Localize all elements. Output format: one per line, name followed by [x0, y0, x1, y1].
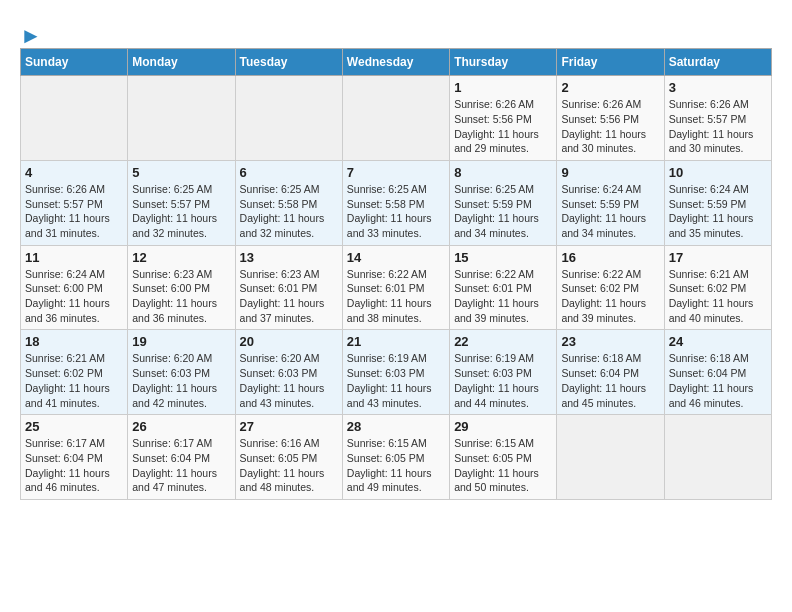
day-info: Sunrise: 6:24 AM Sunset: 6:00 PM Dayligh…: [25, 267, 123, 326]
day-info: Sunrise: 6:25 AM Sunset: 5:58 PM Dayligh…: [347, 182, 445, 241]
calendar-cell: 27Sunrise: 6:16 AM Sunset: 6:05 PM Dayli…: [235, 415, 342, 500]
day-info: Sunrise: 6:23 AM Sunset: 6:01 PM Dayligh…: [240, 267, 338, 326]
day-info: Sunrise: 6:24 AM Sunset: 5:59 PM Dayligh…: [561, 182, 659, 241]
calendar-week-row: 4Sunrise: 6:26 AM Sunset: 5:57 PM Daylig…: [21, 160, 772, 245]
day-info: Sunrise: 6:21 AM Sunset: 6:02 PM Dayligh…: [25, 351, 123, 410]
day-number: 10: [669, 165, 767, 180]
calendar-cell: [128, 76, 235, 161]
day-info: Sunrise: 6:15 AM Sunset: 6:05 PM Dayligh…: [454, 436, 552, 495]
day-info: Sunrise: 6:25 AM Sunset: 5:57 PM Dayligh…: [132, 182, 230, 241]
day-number: 6: [240, 165, 338, 180]
calendar-cell: 12Sunrise: 6:23 AM Sunset: 6:00 PM Dayli…: [128, 245, 235, 330]
day-info: Sunrise: 6:21 AM Sunset: 6:02 PM Dayligh…: [669, 267, 767, 326]
col-thursday: Thursday: [450, 49, 557, 76]
day-number: 26: [132, 419, 230, 434]
calendar-header-row: Sunday Monday Tuesday Wednesday Thursday…: [21, 49, 772, 76]
day-number: 3: [669, 80, 767, 95]
calendar-cell: [21, 76, 128, 161]
calendar-cell: 10Sunrise: 6:24 AM Sunset: 5:59 PM Dayli…: [664, 160, 771, 245]
day-info: Sunrise: 6:26 AM Sunset: 5:57 PM Dayligh…: [669, 97, 767, 156]
logo-arrow-icon: ►: [20, 23, 42, 48]
calendar-cell: 26Sunrise: 6:17 AM Sunset: 6:04 PM Dayli…: [128, 415, 235, 500]
calendar-cell: 23Sunrise: 6:18 AM Sunset: 6:04 PM Dayli…: [557, 330, 664, 415]
calendar-cell: 6Sunrise: 6:25 AM Sunset: 5:58 PM Daylig…: [235, 160, 342, 245]
day-number: 15: [454, 250, 552, 265]
day-info: Sunrise: 6:20 AM Sunset: 6:03 PM Dayligh…: [132, 351, 230, 410]
col-saturday: Saturday: [664, 49, 771, 76]
calendar-week-row: 25Sunrise: 6:17 AM Sunset: 6:04 PM Dayli…: [21, 415, 772, 500]
day-info: Sunrise: 6:26 AM Sunset: 5:56 PM Dayligh…: [561, 97, 659, 156]
day-number: 24: [669, 334, 767, 349]
day-number: 17: [669, 250, 767, 265]
day-info: Sunrise: 6:23 AM Sunset: 6:00 PM Dayligh…: [132, 267, 230, 326]
day-number: 8: [454, 165, 552, 180]
col-monday: Monday: [128, 49, 235, 76]
calendar-cell: 29Sunrise: 6:15 AM Sunset: 6:05 PM Dayli…: [450, 415, 557, 500]
day-number: 9: [561, 165, 659, 180]
calendar-cell: 5Sunrise: 6:25 AM Sunset: 5:57 PM Daylig…: [128, 160, 235, 245]
calendar-cell: [664, 415, 771, 500]
col-sunday: Sunday: [21, 49, 128, 76]
day-info: Sunrise: 6:25 AM Sunset: 5:58 PM Dayligh…: [240, 182, 338, 241]
calendar-week-row: 1Sunrise: 6:26 AM Sunset: 5:56 PM Daylig…: [21, 76, 772, 161]
day-number: 16: [561, 250, 659, 265]
calendar-cell: 3Sunrise: 6:26 AM Sunset: 5:57 PM Daylig…: [664, 76, 771, 161]
calendar-cell: 1Sunrise: 6:26 AM Sunset: 5:56 PM Daylig…: [450, 76, 557, 161]
day-info: Sunrise: 6:22 AM Sunset: 6:02 PM Dayligh…: [561, 267, 659, 326]
day-info: Sunrise: 6:26 AM Sunset: 5:57 PM Dayligh…: [25, 182, 123, 241]
calendar-cell: 25Sunrise: 6:17 AM Sunset: 6:04 PM Dayli…: [21, 415, 128, 500]
day-number: 14: [347, 250, 445, 265]
day-number: 28: [347, 419, 445, 434]
calendar-cell: 11Sunrise: 6:24 AM Sunset: 6:00 PM Dayli…: [21, 245, 128, 330]
calendar-cell: 14Sunrise: 6:22 AM Sunset: 6:01 PM Dayli…: [342, 245, 449, 330]
day-info: Sunrise: 6:17 AM Sunset: 6:04 PM Dayligh…: [25, 436, 123, 495]
calendar-cell: 16Sunrise: 6:22 AM Sunset: 6:02 PM Dayli…: [557, 245, 664, 330]
calendar-cell: [342, 76, 449, 161]
calendar-table: Sunday Monday Tuesday Wednesday Thursday…: [20, 48, 772, 500]
day-number: 13: [240, 250, 338, 265]
calendar-cell: 7Sunrise: 6:25 AM Sunset: 5:58 PM Daylig…: [342, 160, 449, 245]
day-info: Sunrise: 6:15 AM Sunset: 6:05 PM Dayligh…: [347, 436, 445, 495]
calendar-cell: 24Sunrise: 6:18 AM Sunset: 6:04 PM Dayli…: [664, 330, 771, 415]
logo: ►: [20, 24, 42, 48]
day-number: 25: [25, 419, 123, 434]
day-number: 29: [454, 419, 552, 434]
calendar-cell: 17Sunrise: 6:21 AM Sunset: 6:02 PM Dayli…: [664, 245, 771, 330]
calendar-week-row: 18Sunrise: 6:21 AM Sunset: 6:02 PM Dayli…: [21, 330, 772, 415]
calendar-cell: 2Sunrise: 6:26 AM Sunset: 5:56 PM Daylig…: [557, 76, 664, 161]
calendar-cell: 15Sunrise: 6:22 AM Sunset: 6:01 PM Dayli…: [450, 245, 557, 330]
calendar-week-row: 11Sunrise: 6:24 AM Sunset: 6:00 PM Dayli…: [21, 245, 772, 330]
col-wednesday: Wednesday: [342, 49, 449, 76]
day-number: 21: [347, 334, 445, 349]
day-info: Sunrise: 6:26 AM Sunset: 5:56 PM Dayligh…: [454, 97, 552, 156]
day-number: 18: [25, 334, 123, 349]
day-info: Sunrise: 6:25 AM Sunset: 5:59 PM Dayligh…: [454, 182, 552, 241]
col-friday: Friday: [557, 49, 664, 76]
calendar-cell: [235, 76, 342, 161]
day-number: 23: [561, 334, 659, 349]
day-number: 7: [347, 165, 445, 180]
col-tuesday: Tuesday: [235, 49, 342, 76]
day-number: 4: [25, 165, 123, 180]
day-info: Sunrise: 6:18 AM Sunset: 6:04 PM Dayligh…: [561, 351, 659, 410]
day-number: 1: [454, 80, 552, 95]
day-info: Sunrise: 6:24 AM Sunset: 5:59 PM Dayligh…: [669, 182, 767, 241]
day-number: 2: [561, 80, 659, 95]
day-info: Sunrise: 6:18 AM Sunset: 6:04 PM Dayligh…: [669, 351, 767, 410]
calendar-cell: 4Sunrise: 6:26 AM Sunset: 5:57 PM Daylig…: [21, 160, 128, 245]
day-number: 27: [240, 419, 338, 434]
day-info: Sunrise: 6:22 AM Sunset: 6:01 PM Dayligh…: [454, 267, 552, 326]
calendar-cell: 13Sunrise: 6:23 AM Sunset: 6:01 PM Dayli…: [235, 245, 342, 330]
day-number: 12: [132, 250, 230, 265]
day-number: 5: [132, 165, 230, 180]
calendar-cell: 8Sunrise: 6:25 AM Sunset: 5:59 PM Daylig…: [450, 160, 557, 245]
day-number: 20: [240, 334, 338, 349]
calendar-cell: 28Sunrise: 6:15 AM Sunset: 6:05 PM Dayli…: [342, 415, 449, 500]
calendar-cell: [557, 415, 664, 500]
day-info: Sunrise: 6:22 AM Sunset: 6:01 PM Dayligh…: [347, 267, 445, 326]
calendar-cell: 20Sunrise: 6:20 AM Sunset: 6:03 PM Dayli…: [235, 330, 342, 415]
day-number: 22: [454, 334, 552, 349]
day-info: Sunrise: 6:20 AM Sunset: 6:03 PM Dayligh…: [240, 351, 338, 410]
calendar-cell: 9Sunrise: 6:24 AM Sunset: 5:59 PM Daylig…: [557, 160, 664, 245]
day-info: Sunrise: 6:16 AM Sunset: 6:05 PM Dayligh…: [240, 436, 338, 495]
